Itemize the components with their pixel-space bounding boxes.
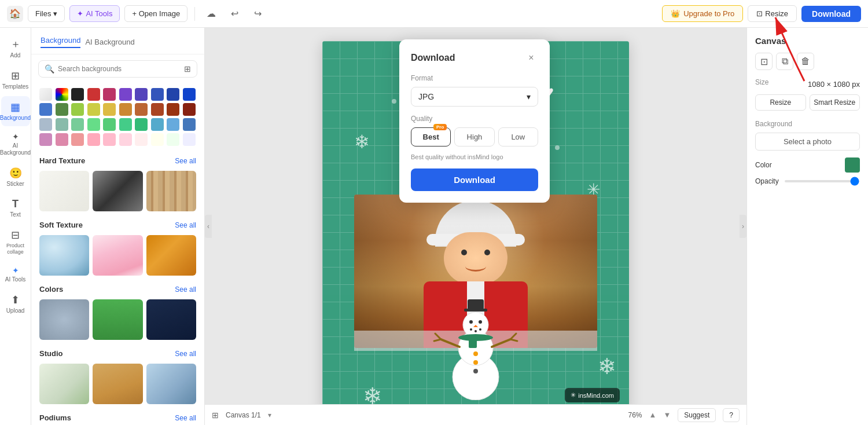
quality-btn-high[interactable]: High <box>454 127 494 146</box>
sidebar-item-upload[interactable]: ⬆ Upload <box>1 289 30 319</box>
color-swatch[interactable] <box>167 103 179 116</box>
redo-icon[interactable]: ↪ <box>248 5 267 23</box>
color-swatch[interactable] <box>135 118 148 131</box>
download-modal-button[interactable]: Download <box>411 168 538 191</box>
color-swatch[interactable] <box>39 133 52 146</box>
color-swatch[interactable] <box>71 118 84 131</box>
texture-item[interactable] <box>146 171 196 211</box>
color-swatch[interactable] <box>39 118 52 131</box>
format-select[interactable]: JPG ▾ <box>411 87 538 107</box>
sidebar-item-text[interactable]: T Text <box>1 193 30 223</box>
color-swatch[interactable] <box>119 103 132 116</box>
texture-item[interactable] <box>39 299 89 340</box>
tab-ai-background[interactable]: AI Background <box>85 38 134 46</box>
studio-see-all[interactable]: See all <box>175 350 196 358</box>
search-input[interactable] <box>58 65 181 73</box>
home-icon[interactable]: 🏠 <box>7 6 23 22</box>
texture-item[interactable] <box>146 364 196 404</box>
resize-btn[interactable]: Resize <box>755 94 806 111</box>
tab-background[interactable]: Background <box>41 36 80 48</box>
canvas-delete-icon[interactable]: 🗑 <box>797 53 814 70</box>
color-swatch[interactable] <box>87 103 100 116</box>
undo-icon[interactable]: ↩ <box>225 5 244 23</box>
color-swatch[interactable] <box>183 88 196 101</box>
color-swatch[interactable] <box>103 133 116 146</box>
color-swatch[interactable] <box>151 133 164 146</box>
color-swatch[interactable] <box>151 88 164 101</box>
zoom-up-icon[interactable]: ▲ <box>649 411 657 419</box>
texture-item[interactable] <box>39 364 89 404</box>
texture-item[interactable] <box>146 235 196 276</box>
color-swatch[interactable] <box>71 88 84 101</box>
color-swatch[interactable] <box>56 118 68 131</box>
ai-tools-button[interactable]: ✦ AI Tools <box>69 5 120 22</box>
color-swatch[interactable] <box>71 133 84 146</box>
color-swatch[interactable] <box>151 118 164 131</box>
texture-item[interactable] <box>39 235 89 276</box>
sidebar-item-background[interactable]: ▦ Background <box>1 96 30 126</box>
filter-icon[interactable]: ⊞ <box>184 64 191 74</box>
color-swatch[interactable] <box>103 118 116 131</box>
canvas-duplicate-icon[interactable]: ⧉ <box>776 53 793 70</box>
texture-item[interactable] <box>93 171 142 211</box>
color-swatch[interactable] <box>119 88 132 101</box>
color-swatch[interactable] <box>135 133 148 146</box>
texture-item[interactable] <box>93 364 142 404</box>
color-preview[interactable] <box>845 157 860 173</box>
sidebar-item-templates[interactable]: ⊞ Templates <box>1 65 30 95</box>
color-swatch[interactable] <box>39 88 52 101</box>
cloud-icon[interactable]: ☁ <box>202 5 220 23</box>
color-swatch[interactable] <box>103 103 116 116</box>
modal-close-button[interactable]: × <box>524 51 538 65</box>
opacity-slider[interactable] <box>785 180 859 182</box>
smart-resize-btn[interactable]: Smart Resize <box>810 94 860 111</box>
download-top-button[interactable]: Download <box>801 6 861 22</box>
color-swatch[interactable] <box>183 133 196 146</box>
sidebar-item-ai-tools[interactable]: ✦ AI Tools <box>1 261 30 288</box>
color-swatch[interactable] <box>151 103 164 116</box>
texture-item[interactable] <box>146 299 196 340</box>
zoom-down-icon[interactable]: ▼ <box>663 411 671 419</box>
texture-item[interactable] <box>93 235 142 276</box>
files-menu[interactable]: Files ▾ <box>28 5 65 22</box>
sidebar-item-ai-background[interactable]: ✦ AI Background <box>1 127 30 161</box>
open-image-button[interactable]: + Open Image <box>124 5 187 22</box>
color-swatch[interactable] <box>119 118 132 131</box>
color-swatch[interactable] <box>135 103 148 116</box>
quality-btn-low[interactable]: Low <box>498 127 538 146</box>
resize-button[interactable]: ⊡ Resize <box>748 5 797 22</box>
quality-btn-best[interactable]: Pro Best <box>411 127 451 146</box>
help-button[interactable]: ? <box>723 408 740 422</box>
color-swatch[interactable] <box>39 103 52 116</box>
color-swatch[interactable] <box>87 133 100 146</box>
podiums-see-all[interactable]: See all <box>175 414 196 422</box>
color-swatch[interactable] <box>71 103 84 116</box>
texture-item[interactable] <box>93 299 142 340</box>
select-photo-button[interactable]: Select a photo <box>755 133 860 151</box>
color-swatch[interactable] <box>135 88 148 101</box>
soft-texture-see-all[interactable]: See all <box>175 221 196 229</box>
color-swatch[interactable] <box>119 133 132 146</box>
color-swatch[interactable] <box>183 118 196 131</box>
color-swatch[interactable] <box>87 118 100 131</box>
color-swatch[interactable] <box>167 118 179 131</box>
collapse-left-handle[interactable]: ‹ <box>205 215 212 238</box>
color-swatch[interactable] <box>103 88 116 101</box>
color-swatch[interactable] <box>87 88 100 101</box>
texture-item[interactable] <box>39 171 89 211</box>
color-swatch[interactable] <box>167 88 179 101</box>
hard-texture-see-all[interactable]: See all <box>175 157 196 165</box>
color-swatch[interactable] <box>56 133 68 146</box>
collapse-right-handle[interactable]: › <box>740 215 746 238</box>
sidebar-item-add[interactable]: ＋ Add <box>1 32 30 64</box>
color-swatch[interactable] <box>183 103 196 116</box>
suggest-button[interactable]: Suggest <box>678 408 716 422</box>
colors-see-all[interactable]: See all <box>175 285 196 294</box>
canvas-copy-icon[interactable]: ⊡ <box>755 53 773 70</box>
color-swatch[interactable] <box>56 88 68 101</box>
canvas-info-chevron[interactable]: ▾ <box>268 411 271 419</box>
upgrade-button[interactable]: 👑 Upgrade to Pro <box>662 5 743 22</box>
sidebar-item-product-collage[interactable]: ⊟ Product collage <box>1 224 30 260</box>
color-swatch[interactable] <box>167 133 179 146</box>
sidebar-item-sticker[interactable]: 🙂 Sticker <box>1 162 30 192</box>
